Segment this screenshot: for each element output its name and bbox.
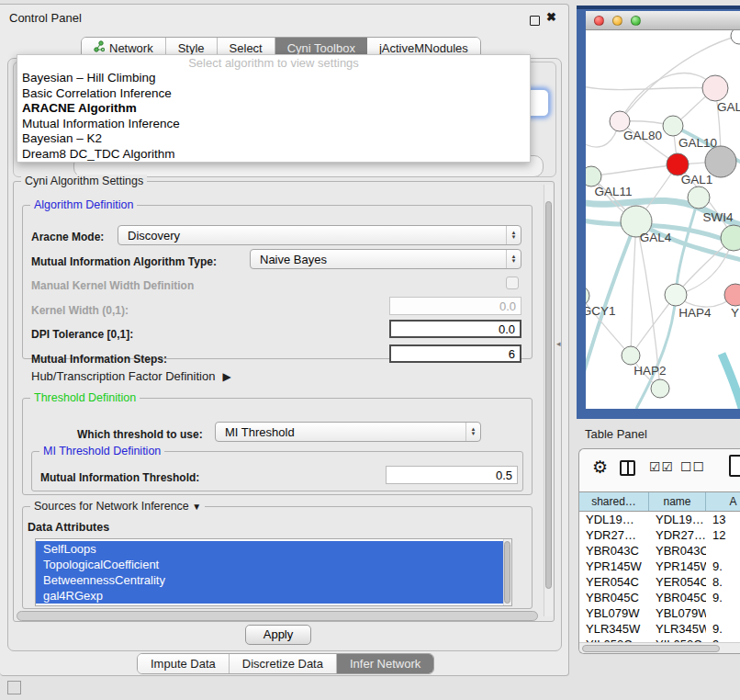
table-cell[interactable]: 9. — [706, 559, 740, 574]
table-cell[interactable]: YDL19… — [579, 512, 649, 527]
network-node-pink-right[interactable] — [724, 284, 740, 306]
table-cell[interactable]: YBL079W — [579, 605, 649, 621]
algorithm-option[interactable]: Mutual Information Inference — [17, 117, 530, 132]
table-row[interactable]: YDL19…YDL19…13 — [579, 512, 740, 527]
algorithm-option[interactable]: Dream8 DC_TDC Algorithm — [17, 147, 530, 163]
table-cell[interactable]: YER054C — [649, 574, 706, 590]
table-cell[interactable]: 13 — [706, 512, 740, 527]
list-vertical-scrollbar[interactable] — [503, 539, 511, 606]
mi-steps-label: Mutual Information Steps: — [31, 353, 167, 366]
data-attribute-item[interactable]: BetweennessCentrality — [36, 572, 511, 588]
table-cell[interactable]: YLR345W — [649, 621, 706, 637]
table-cell[interactable]: YPR145W — [649, 559, 706, 574]
algorithm-popup-list: Bayesian – Hill ClimbingBasic Correlatio… — [17, 71, 530, 162]
table-cell[interactable]: YER054C — [579, 574, 649, 590]
kernel-width-field[interactable] — [389, 297, 521, 315]
column-layout-icon[interactable] — [620, 460, 635, 476]
table-cell[interactable]: YDR27… — [649, 527, 706, 543]
network-edge[interactable] — [631, 221, 636, 356]
network-edge[interactable] — [722, 354, 740, 409]
table-cell[interactable]: YBR043C — [649, 543, 706, 559]
network-edge[interactable] — [620, 73, 715, 121]
settings-vertical-scrollbar[interactable] — [544, 185, 553, 616]
close-icon[interactable]: ✖ — [546, 10, 556, 24]
table-cell[interactable]: 9. — [706, 590, 740, 605]
column-header-partial[interactable]: A — [706, 492, 740, 511]
mi-algorithm-type-select[interactable]: Naive Bayes ▲▼ — [250, 249, 521, 269]
column-header-shared-name[interactable]: shared… — [579, 492, 649, 511]
tab-infer-network[interactable]: Infer Network — [337, 654, 433, 673]
table-cell[interactable]: 8. — [706, 574, 740, 590]
mi-steps-field[interactable] — [389, 344, 521, 363]
mi-threshold-label: Mutual Information Threshold: — [40, 471, 199, 484]
hub-definition-expander[interactable]: Hub/Transcription Factor Definition▶ — [31, 369, 231, 383]
table-hscroll-thumb[interactable] — [582, 645, 720, 652]
list-scrollbar-thumb[interactable] — [504, 541, 510, 604]
table-cell[interactable]: YPR145W — [579, 559, 649, 574]
table-cell[interactable]: YBR045C — [649, 590, 706, 605]
float-window-icon[interactable] — [530, 16, 540, 26]
minimize-traffic-light-icon[interactable] — [612, 16, 622, 26]
table-cell[interactable]: YLR345W — [579, 621, 649, 637]
deselect-all-checkboxes-icon[interactable]: ☐☐ — [680, 459, 705, 474]
table-cell[interactable]: YBL079W — [649, 605, 706, 621]
network-node-gcy1[interactable] — [586, 286, 589, 306]
table-row[interactable]: YER054CYER054C8. — [579, 574, 740, 590]
network-node-gal7[interactable] — [702, 75, 728, 101]
network-node-gal10[interactable] — [663, 116, 683, 136]
network-node-hap2[interactable] — [622, 346, 640, 365]
table-row[interactable]: YBR043CYBR043C — [579, 543, 740, 559]
manual-kernel-width-checkbox[interactable] — [506, 277, 519, 289]
close-traffic-light-icon[interactable] — [594, 16, 604, 26]
algorithm-option[interactable]: Bayesian – K2 — [17, 131, 530, 147]
table-cell[interactable] — [706, 543, 740, 559]
table-row[interactable]: YBR045CYBR045C9. — [579, 590, 740, 605]
tab-discretize-data[interactable]: Discretize Data — [230, 654, 337, 673]
table-cell[interactable] — [706, 605, 740, 621]
document-icon[interactable] — [729, 455, 740, 477]
column-header-name[interactable]: name — [649, 492, 706, 511]
table-row[interactable]: YBL079WYBL079W — [579, 605, 740, 621]
settings-horizontal-scrollbar[interactable] — [17, 611, 538, 621]
collapse-arrow-icon[interactable]: ▼ — [192, 502, 201, 512]
algorithm-option[interactable]: Bayesian – Hill Climbing — [17, 71, 530, 86]
which-threshold-select[interactable]: MI Threshold ▲▼ — [215, 422, 481, 442]
data-attribute-item[interactable]: SelfLoops — [36, 541, 511, 557]
table-cell[interactable]: YBR043C — [579, 543, 649, 559]
table-cell[interactable]: YDR27… — [579, 527, 649, 543]
data-attribute-item[interactable]: gal4RGexp — [36, 588, 511, 604]
zoom-traffic-light-icon[interactable] — [631, 16, 641, 26]
table-row[interactable]: YLR345WYLR345W9. — [579, 621, 740, 637]
table-row[interactable]: YDR27…YDR27…12 — [579, 527, 740, 543]
network-node-swi4[interactable] — [688, 186, 710, 209]
aracne-mode-select[interactable]: Discovery ▲▼ — [118, 225, 521, 245]
select-all-checkboxes-icon[interactable]: ☑☑ — [649, 459, 674, 474]
network-node-top-partial[interactable] — [731, 30, 740, 44]
table-cell[interactable]: YBR045C — [579, 590, 649, 605]
splitpane-collapse-icon[interactable]: ◂ — [556, 339, 561, 348]
table-horizontal-scrollbar[interactable] — [579, 642, 740, 654]
gear-icon[interactable]: ⚙ — [592, 457, 608, 478]
minimized-panel-icon[interactable] — [7, 681, 21, 694]
network-node-hap4[interactable] — [665, 284, 687, 306]
data-attribute-item[interactable]: TopologicalCoefficient — [36, 557, 511, 572]
mi-threshold-field[interactable] — [386, 466, 518, 484]
data-attributes-items: SelfLoopsTopologicalCoefficientBetweenne… — [36, 539, 511, 604]
settings-scrollbar-thumb[interactable] — [545, 201, 552, 589]
table-cell[interactable]: YDL19… — [649, 512, 706, 527]
network-node-label: GAL11 — [594, 185, 632, 198]
algorithm-option[interactable]: Basic Correlation Inference — [17, 86, 530, 102]
table-cell[interactable]: 12 — [706, 527, 740, 543]
algorithm-placeholder: Select algorithm to view settings — [17, 55, 530, 71]
algorithm-option[interactable]: ARACNE Algorithm — [17, 101, 530, 117]
dpi-tolerance-field[interactable] — [389, 320, 521, 338]
apply-button[interactable]: Apply — [245, 625, 311, 645]
network-node-bottom-green[interactable] — [651, 379, 669, 398]
network-canvas[interactable]: GALGAL80GAL10GAL1GAL11SWI4GAL4GCY1HAP4YH… — [586, 30, 740, 409]
table-row[interactable]: YPR145WYPR145W9. — [579, 559, 740, 574]
network-node-gal11[interactable] — [586, 166, 601, 186]
network-window-titlebar[interactable] — [586, 11, 740, 30]
network-edge[interactable] — [591, 164, 678, 176]
tab-impute-data[interactable]: Impute Data — [138, 654, 230, 673]
table-cell[interactable]: 9. — [706, 621, 740, 637]
